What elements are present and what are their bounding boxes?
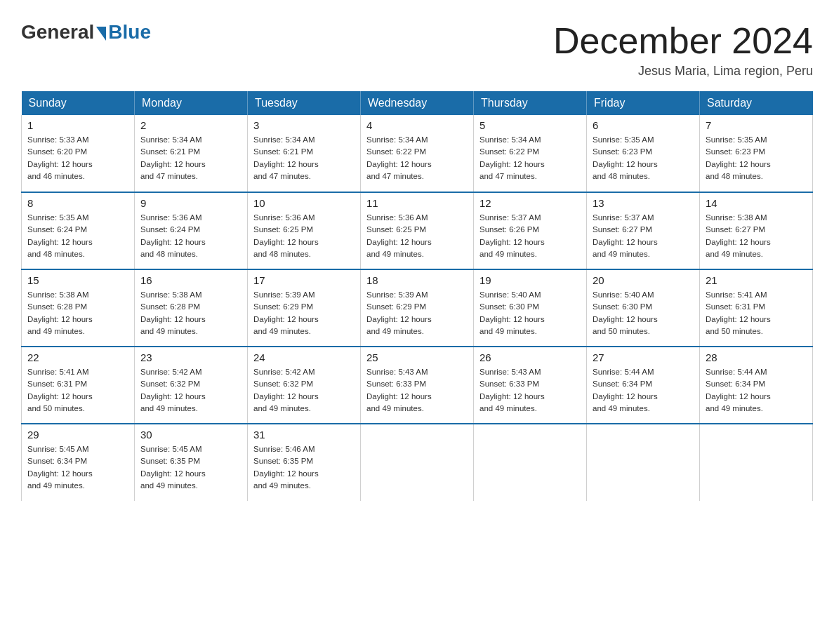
day-number: 3 — [253, 119, 355, 131]
table-row: 2 Sunrise: 5:34 AM Sunset: 6:21 PM Dayli… — [135, 115, 248, 192]
day-number: 17 — [253, 274, 355, 286]
table-row: 28 Sunrise: 5:44 AM Sunset: 6:34 PM Dayl… — [700, 347, 813, 424]
day-number: 30 — [140, 429, 241, 441]
page-header: General Blue December 2024 Jesus Maria, … — [21, 21, 813, 79]
col-saturday: Saturday — [700, 91, 813, 115]
day-info: Sunrise: 5:34 AM Sunset: 6:22 PM Dayligh… — [366, 134, 468, 182]
day-info: Sunrise: 5:34 AM Sunset: 6:22 PM Dayligh… — [479, 134, 581, 182]
title-area: December 2024 Jesus Maria, Lima region, … — [553, 21, 813, 79]
day-info: Sunrise: 5:41 AM Sunset: 6:31 PM Dayligh… — [27, 366, 128, 415]
day-info: Sunrise: 5:34 AM Sunset: 6:21 PM Dayligh… — [253, 134, 355, 182]
day-info: Sunrise: 5:33 AM Sunset: 6:20 PM Dayligh… — [27, 134, 128, 182]
table-row — [361, 424, 474, 501]
day-info: Sunrise: 5:42 AM Sunset: 6:32 PM Dayligh… — [140, 366, 241, 415]
logo-blue-text: Blue — [108, 21, 151, 43]
day-number: 9 — [140, 197, 241, 209]
table-row: 15 Sunrise: 5:38 AM Sunset: 6:28 PM Dayl… — [22, 269, 135, 347]
day-number: 6 — [593, 119, 694, 131]
day-number: 28 — [706, 351, 807, 363]
table-row: 29 Sunrise: 5:45 AM Sunset: 6:34 PM Dayl… — [22, 424, 135, 501]
table-row: 18 Sunrise: 5:39 AM Sunset: 6:29 PM Dayl… — [361, 269, 474, 347]
day-info: Sunrise: 5:36 AM Sunset: 6:25 PM Dayligh… — [366, 212, 468, 260]
day-info: Sunrise: 5:39 AM Sunset: 6:29 PM Dayligh… — [253, 289, 355, 337]
col-tuesday: Tuesday — [248, 91, 361, 115]
table-row: 6 Sunrise: 5:35 AM Sunset: 6:23 PM Dayli… — [587, 115, 700, 192]
month-title: December 2024 — [553, 21, 813, 61]
day-info: Sunrise: 5:35 AM Sunset: 6:23 PM Dayligh… — [593, 134, 694, 182]
location-subtitle: Jesus Maria, Lima region, Peru — [553, 64, 813, 79]
day-number: 13 — [593, 197, 694, 209]
day-number: 7 — [706, 119, 807, 131]
day-info: Sunrise: 5:43 AM Sunset: 6:33 PM Dayligh… — [366, 366, 468, 415]
day-number: 31 — [253, 429, 355, 441]
day-info: Sunrise: 5:35 AM Sunset: 6:24 PM Dayligh… — [27, 212, 128, 260]
table-row — [587, 424, 700, 501]
day-number: 14 — [706, 197, 807, 209]
day-number: 26 — [479, 351, 581, 363]
calendar-table: Sunday Monday Tuesday Wednesday Thursday… — [21, 91, 813, 501]
table-row: 13 Sunrise: 5:37 AM Sunset: 6:27 PM Dayl… — [587, 192, 700, 269]
calendar-week-row: 1 Sunrise: 5:33 AM Sunset: 6:20 PM Dayli… — [22, 115, 813, 192]
day-info: Sunrise: 5:40 AM Sunset: 6:30 PM Dayligh… — [593, 289, 694, 337]
day-number: 24 — [253, 351, 355, 363]
table-row: 3 Sunrise: 5:34 AM Sunset: 6:21 PM Dayli… — [248, 115, 361, 192]
table-row: 24 Sunrise: 5:42 AM Sunset: 6:32 PM Dayl… — [248, 347, 361, 424]
day-number: 29 — [27, 429, 128, 441]
day-number: 4 — [366, 119, 468, 131]
day-info: Sunrise: 5:38 AM Sunset: 6:27 PM Dayligh… — [706, 212, 807, 260]
day-number: 12 — [479, 197, 581, 209]
day-number: 20 — [593, 274, 694, 286]
col-thursday: Thursday — [474, 91, 587, 115]
table-row: 16 Sunrise: 5:38 AM Sunset: 6:28 PM Dayl… — [135, 269, 248, 347]
day-number: 5 — [479, 119, 581, 131]
day-number: 18 — [366, 274, 468, 286]
day-info: Sunrise: 5:43 AM Sunset: 6:33 PM Dayligh… — [479, 366, 581, 415]
day-info: Sunrise: 5:37 AM Sunset: 6:27 PM Dayligh… — [593, 212, 694, 260]
day-number: 8 — [27, 197, 128, 209]
day-info: Sunrise: 5:36 AM Sunset: 6:24 PM Dayligh… — [140, 212, 241, 260]
day-number: 19 — [479, 274, 581, 286]
table-row: 27 Sunrise: 5:44 AM Sunset: 6:34 PM Dayl… — [587, 347, 700, 424]
calendar-week-row: 22 Sunrise: 5:41 AM Sunset: 6:31 PM Dayl… — [22, 347, 813, 424]
day-info: Sunrise: 5:44 AM Sunset: 6:34 PM Dayligh… — [593, 366, 694, 415]
table-row: 21 Sunrise: 5:41 AM Sunset: 6:31 PM Dayl… — [700, 269, 813, 347]
day-number: 23 — [140, 351, 241, 363]
day-info: Sunrise: 5:35 AM Sunset: 6:23 PM Dayligh… — [706, 134, 807, 182]
col-sunday: Sunday — [22, 91, 135, 115]
table-row: 20 Sunrise: 5:40 AM Sunset: 6:30 PM Dayl… — [587, 269, 700, 347]
day-info: Sunrise: 5:45 AM Sunset: 6:35 PM Dayligh… — [140, 443, 241, 492]
day-number: 16 — [140, 274, 241, 286]
day-info: Sunrise: 5:41 AM Sunset: 6:31 PM Dayligh… — [706, 289, 807, 337]
table-row: 25 Sunrise: 5:43 AM Sunset: 6:33 PM Dayl… — [361, 347, 474, 424]
table-row: 17 Sunrise: 5:39 AM Sunset: 6:29 PM Dayl… — [248, 269, 361, 347]
day-info: Sunrise: 5:39 AM Sunset: 6:29 PM Dayligh… — [366, 289, 468, 337]
table-row: 23 Sunrise: 5:42 AM Sunset: 6:32 PM Dayl… — [135, 347, 248, 424]
col-friday: Friday — [587, 91, 700, 115]
day-info: Sunrise: 5:38 AM Sunset: 6:28 PM Dayligh… — [140, 289, 241, 337]
col-wednesday: Wednesday — [361, 91, 474, 115]
table-row — [474, 424, 587, 501]
calendar-week-row: 15 Sunrise: 5:38 AM Sunset: 6:28 PM Dayl… — [22, 269, 813, 347]
day-info: Sunrise: 5:34 AM Sunset: 6:21 PM Dayligh… — [140, 134, 241, 182]
table-row: 26 Sunrise: 5:43 AM Sunset: 6:33 PM Dayl… — [474, 347, 587, 424]
table-row: 22 Sunrise: 5:41 AM Sunset: 6:31 PM Dayl… — [22, 347, 135, 424]
logo-general-text: General — [21, 21, 94, 43]
day-info: Sunrise: 5:42 AM Sunset: 6:32 PM Dayligh… — [253, 366, 355, 415]
logo: General Blue — [21, 21, 151, 43]
calendar-week-row: 29 Sunrise: 5:45 AM Sunset: 6:34 PM Dayl… — [22, 424, 813, 501]
day-info: Sunrise: 5:36 AM Sunset: 6:25 PM Dayligh… — [253, 212, 355, 260]
day-info: Sunrise: 5:38 AM Sunset: 6:28 PM Dayligh… — [27, 289, 128, 337]
table-row: 10 Sunrise: 5:36 AM Sunset: 6:25 PM Dayl… — [248, 192, 361, 269]
day-number: 15 — [27, 274, 128, 286]
day-number: 22 — [27, 351, 128, 363]
table-row: 5 Sunrise: 5:34 AM Sunset: 6:22 PM Dayli… — [474, 115, 587, 192]
day-number: 11 — [366, 197, 468, 209]
table-row: 14 Sunrise: 5:38 AM Sunset: 6:27 PM Dayl… — [700, 192, 813, 269]
day-info: Sunrise: 5:44 AM Sunset: 6:34 PM Dayligh… — [706, 366, 807, 415]
table-row — [700, 424, 813, 501]
table-row: 7 Sunrise: 5:35 AM Sunset: 6:23 PM Dayli… — [700, 115, 813, 192]
table-row: 11 Sunrise: 5:36 AM Sunset: 6:25 PM Dayl… — [361, 192, 474, 269]
day-number: 25 — [366, 351, 468, 363]
table-row: 4 Sunrise: 5:34 AM Sunset: 6:22 PM Dayli… — [361, 115, 474, 192]
day-number: 2 — [140, 119, 241, 131]
